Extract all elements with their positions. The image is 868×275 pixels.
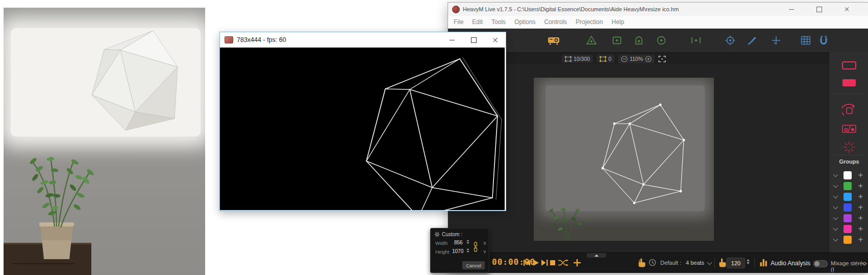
tempo-default-label: Default :	[660, 260, 681, 266]
group-color-swatch[interactable]	[844, 236, 852, 244]
effects-button[interactable]	[838, 140, 860, 155]
next-button[interactable]	[541, 260, 548, 266]
add-triangle-button[interactable]	[583, 32, 600, 49]
selection-counter: 0	[597, 55, 614, 63]
height-input[interactable]: 1070	[452, 248, 463, 254]
heavym-titlebar: HeavyM Live v1.7.5 - C:\Users\Digital Es…	[448, 3, 868, 16]
fit-view-icon[interactable]	[658, 56, 666, 62]
bpm-input[interactable]: 120	[727, 258, 745, 268]
heavym-title: HeavyM Live v1.7.5 - C:\Users\Digital Es…	[463, 6, 679, 12]
add-to-group-icon[interactable]	[858, 216, 863, 220]
cancel-button[interactable]: Cancel	[462, 261, 485, 269]
screenshot-stage: 783x444 - fps: 60	[0, 0, 868, 275]
add-arch-button[interactable]	[630, 32, 648, 49]
beats-dropdown[interactable]: 4 beats	[686, 260, 704, 266]
add-to-group-icon[interactable]	[858, 237, 863, 242]
group-color-swatch[interactable]	[844, 214, 852, 222]
chevron-down-icon[interactable]	[833, 226, 838, 231]
chevron-down-icon[interactable]	[833, 215, 838, 220]
chevron-down-icon[interactable]	[833, 172, 838, 177]
grid-tool-button[interactable]	[797, 32, 814, 49]
chevron-down-icon[interactable]	[833, 194, 838, 199]
toolbar	[448, 29, 868, 52]
group-row	[829, 170, 868, 180]
divider	[754, 257, 755, 268]
animation-button[interactable]	[838, 103, 860, 118]
add-line-button[interactable]	[687, 32, 705, 49]
shape-outline-button[interactable]	[838, 58, 860, 73]
group-color-swatch[interactable]	[844, 225, 852, 233]
group-row	[829, 235, 868, 245]
close-button[interactable]	[836, 3, 857, 16]
add-to-group-icon[interactable]	[858, 184, 863, 188]
tap-tempo-icon[interactable]	[637, 258, 646, 267]
calibration-button[interactable]	[722, 32, 739, 49]
add-circle-icon	[656, 35, 666, 45]
previous-button[interactable]	[524, 260, 530, 266]
maximize-button[interactable]	[808, 3, 830, 16]
width-input[interactable]: 856	[454, 240, 463, 245]
selection-frame-icon	[565, 56, 572, 62]
group-color-swatch[interactable]	[844, 182, 852, 190]
sequence-counter: 10/300	[562, 55, 593, 63]
zoom-level-value: 110%	[630, 56, 643, 62]
height-stepper[interactable]	[466, 248, 469, 253]
zoom-out-icon[interactable]	[621, 56, 628, 62]
divider	[833, 155, 865, 155]
close-button[interactable]	[484, 32, 506, 48]
chevron-down-icon[interactable]	[833, 237, 838, 242]
shuffle-button[interactable]	[558, 260, 568, 266]
chevron-down-icon[interactable]	[833, 204, 838, 210]
add-to-group-icon[interactable]	[858, 194, 863, 199]
shape-fill-button[interactable]	[838, 75, 860, 90]
menu-projection[interactable]: Projection	[576, 18, 603, 26]
transitions-button[interactable]	[838, 121, 860, 136]
paper-icosahedron	[92, 31, 178, 130]
photo-artwork	[4, 8, 205, 275]
group-color-swatch[interactable]	[844, 171, 852, 179]
add-circle-button[interactable]	[653, 32, 670, 49]
paint-tool-button[interactable]	[743, 32, 761, 49]
divider	[714, 257, 715, 268]
audio-toggle[interactable]	[813, 260, 828, 267]
group-row	[829, 224, 868, 234]
stop-button[interactable]	[550, 260, 555, 265]
output-size-panel: Custom : Width 856 X Height 1070 Y Cance…	[430, 228, 489, 273]
add-to-group-icon[interactable]	[858, 226, 863, 231]
menu-edit[interactable]: Edit	[472, 18, 483, 26]
audio-analysis-label: Audio Analysis	[771, 260, 810, 267]
menu-options[interactable]: Options	[514, 18, 535, 26]
chevron-down-icon[interactable]	[833, 183, 838, 188]
bpm-stepper[interactable]	[747, 259, 750, 264]
chevron-down-icon[interactable]	[707, 260, 712, 265]
tap-bpm-icon[interactable]	[717, 258, 726, 267]
move-cross-icon	[771, 35, 781, 45]
collapse-panel-tab[interactable]	[587, 253, 606, 258]
maximize-button[interactable]	[463, 32, 484, 48]
group-color-swatch[interactable]	[844, 203, 852, 212]
minimize-button[interactable]	[441, 32, 463, 48]
magnet-tool-button[interactable]	[815, 32, 832, 49]
play-button[interactable]	[533, 260, 539, 266]
minimize-button[interactable]	[781, 3, 802, 16]
add-sequence-button[interactable]	[573, 259, 581, 267]
projector-icon	[548, 35, 560, 45]
transform-tool-button[interactable]	[767, 32, 785, 49]
add-rectangle-icon	[612, 35, 622, 45]
divider	[833, 94, 865, 94]
link-dimensions-icon[interactable]	[474, 242, 478, 252]
menu-tools[interactable]: Tools	[491, 18, 506, 26]
add-to-group-icon[interactable]	[858, 205, 863, 210]
x-axis-label: X	[483, 240, 486, 246]
zoom-in-icon[interactable]	[645, 56, 652, 62]
width-stepper[interactable]	[466, 240, 469, 244]
add-to-group-icon[interactable]	[858, 173, 863, 177]
add-rectangle-button[interactable]	[608, 32, 626, 49]
width-label: Width	[435, 240, 448, 246]
before-after-icon	[841, 124, 857, 134]
group-color-swatch[interactable]	[844, 193, 852, 201]
menu-help[interactable]: Help	[611, 18, 624, 26]
menu-controls[interactable]: Controls	[544, 18, 567, 26]
menu-file[interactable]: File	[454, 18, 463, 26]
projector-button[interactable]	[545, 32, 562, 49]
